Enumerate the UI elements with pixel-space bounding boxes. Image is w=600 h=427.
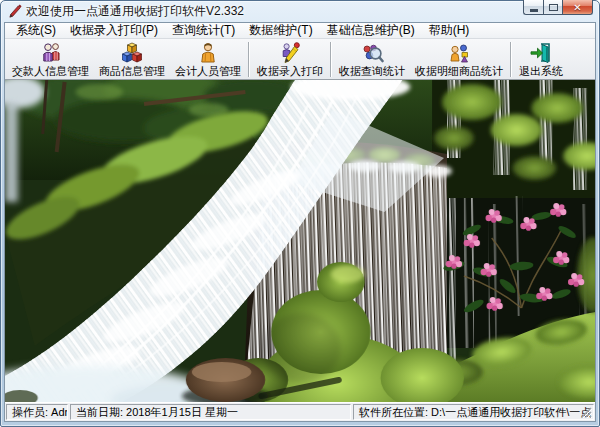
receipt-search-icon — [360, 41, 384, 65]
close-icon: ✕ — [573, 2, 581, 13]
menu-item-query-stats[interactable]: 查询统计(T) — [165, 23, 242, 38]
menu-item-system[interactable]: 系统(S) — [9, 23, 63, 38]
status-operator-text: 操作员: Admin — [12, 405, 68, 420]
accountant-person-icon — [196, 41, 220, 65]
toolbar-button-payer-info[interactable]: 交款人信息管理 — [7, 40, 94, 79]
toolbar-button-goods-info[interactable]: 商品信息管理 — [94, 40, 170, 79]
receipt-entry-pen-icon — [278, 41, 302, 65]
menu-item-base-info-maintenance[interactable]: 基础信息维护(B) — [320, 23, 422, 38]
toolbar: 交款人信息管理 — [5, 39, 595, 80]
maximize-icon — [549, 4, 558, 11]
toolbar-label: 收据明细商品统计 — [415, 65, 503, 78]
status-date-text: 当前日期: 2018年1月15日 星期一 — [76, 405, 238, 420]
close-button[interactable]: ✕ — [563, 0, 593, 15]
toolbar-label: 收据查询统计 — [339, 65, 405, 78]
exit-door-icon — [529, 41, 553, 65]
toolbar-separator — [330, 42, 332, 77]
client-area: 系统(S) 收据录入打印(P) 查询统计(T) 数据维护(T) 基础信息维护(B… — [4, 22, 596, 422]
toolbar-separator — [248, 42, 250, 77]
app-pen-icon — [8, 4, 23, 19]
toolbar-label: 收据录入打印 — [257, 65, 323, 78]
minimize-icon — [530, 9, 538, 12]
toolbar-button-receipt-entry[interactable]: 收据录入打印 — [252, 40, 328, 79]
payer-info-icon — [39, 41, 63, 65]
receipt-detail-stats-icon — [447, 41, 471, 65]
window-controls: ✕ — [523, 0, 593, 15]
menu-item-data-maintenance[interactable]: 数据维护(T) — [242, 23, 319, 38]
resize-grip[interactable] — [581, 407, 592, 418]
status-path-text: 软件所在位置: D:\一点通通用收据打印软件\一点 — [359, 405, 591, 420]
toolbar-button-receipt-query[interactable]: 收据查询统计 — [334, 40, 410, 79]
window-title: 欢迎使用一点通通用收据打印软件V2.332 — [26, 3, 244, 20]
menu-item-receipt-entry-print[interactable]: 收据录入打印(P) — [63, 23, 165, 38]
app-window: 欢迎使用一点通通用收据打印软件V2.332 ✕ 系统(S) 收据录入打印(P) … — [0, 0, 600, 427]
status-operator: 操作员: Admin — [6, 404, 68, 420]
waterfall-photo — [5, 80, 595, 402]
toolbar-button-accountant[interactable]: 会计人员管理 — [170, 40, 246, 79]
toolbar-label: 商品信息管理 — [99, 65, 165, 78]
title-bar: 欢迎使用一点通通用收据打印软件V2.332 ✕ — [4, 1, 596, 22]
status-bar: 操作员: Admin 当前日期: 2018年1月15日 星期一 软件所在位置: … — [5, 402, 595, 421]
minimize-button[interactable] — [523, 0, 543, 15]
toolbar-button-exit[interactable]: 退出系统 — [514, 40, 568, 79]
toolbar-label: 交款人信息管理 — [12, 65, 89, 78]
toolbar-separator — [510, 42, 512, 77]
menu-item-help[interactable]: 帮助(H) — [422, 23, 477, 38]
status-date: 当前日期: 2018年1月15日 星期一 — [70, 404, 351, 420]
status-path: 软件所在位置: D:\一点通通用收据打印软件\一点 — [353, 404, 594, 420]
toolbar-label: 退出系统 — [519, 65, 563, 78]
toolbar-label: 会计人员管理 — [175, 65, 241, 78]
goods-cubes-icon — [120, 41, 144, 65]
toolbar-button-receipt-detail-stats[interactable]: 收据明细商品统计 — [410, 40, 508, 79]
menu-bar: 系统(S) 收据录入打印(P) 查询统计(T) 数据维护(T) 基础信息维护(B… — [5, 23, 595, 39]
maximize-button[interactable] — [543, 0, 563, 15]
